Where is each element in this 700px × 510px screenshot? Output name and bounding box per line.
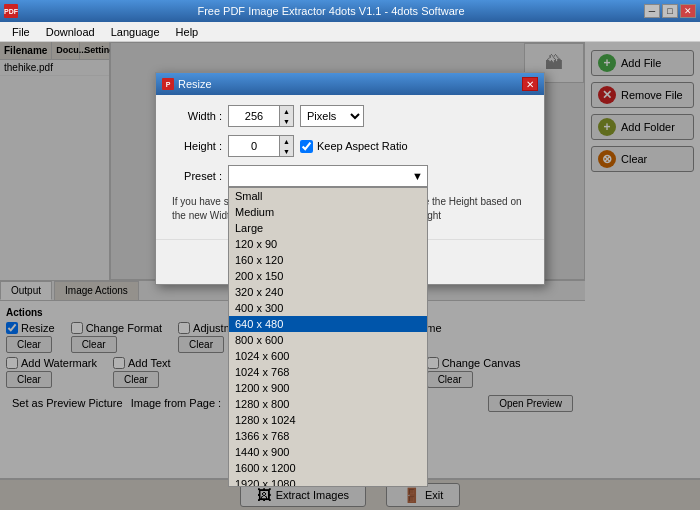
preset-item-1366x768[interactable]: 1366 x 768 [229,428,427,444]
keep-aspect-checkbox[interactable] [300,140,313,153]
height-input[interactable]: 0 [229,136,279,156]
minimize-button[interactable]: ─ [644,4,660,18]
unit-select[interactable]: Pixels Percent [300,105,364,127]
preset-item-120x90[interactable]: 120 x 90 [229,236,427,252]
height-spin-arrows: ▲ ▼ [279,136,293,156]
width-spin-arrows: ▲ ▼ [279,106,293,126]
preset-label: Preset : [172,170,222,182]
preset-item-1280x1024[interactable]: 1280 x 1024 [229,412,427,428]
preset-row: Preset : ▼ Small Medium Large 120 x 90 [172,165,528,187]
preset-dropdown[interactable]: Small Medium Large 120 x 90 160 x 120 20… [228,187,428,487]
modal-overlay: P Resize ✕ Width : 256 ▲ ▼ [0,42,700,510]
width-input[interactable]: 256 [229,106,279,126]
preset-item-1280x800[interactable]: 1280 x 800 [229,396,427,412]
preset-item-1200x900[interactable]: 1200 x 900 [229,380,427,396]
title-bar: PDF Free PDF Image Extractor 4dots V1.1 … [0,0,700,22]
height-label: Height : [172,140,222,152]
menu-file[interactable]: File [4,24,38,40]
app-title: Free PDF Image Extractor 4dots V1.1 - 4d… [18,5,644,17]
dialog-title: Resize [178,78,212,90]
dialog-body: Width : 256 ▲ ▼ Pixels Percent [156,95,544,239]
height-spinbox: 0 ▲ ▼ [228,135,294,157]
width-spinbox: 256 ▲ ▼ [228,105,294,127]
title-controls: ─ □ ✕ [644,4,696,18]
height-row: Height : 0 ▲ ▼ Keep Aspect Ratio [172,135,528,157]
menu-language[interactable]: Language [103,24,168,40]
preset-item-200x150[interactable]: 200 x 150 [229,268,427,284]
preset-item-160x120[interactable]: 160 x 120 [229,252,427,268]
preset-select-button[interactable]: ▼ [228,165,428,187]
maximize-button[interactable]: □ [662,4,678,18]
preset-item-400x300[interactable]: 400 x 300 [229,300,427,316]
close-button[interactable]: ✕ [680,4,696,18]
preset-item-1440x900[interactable]: 1440 x 900 [229,444,427,460]
main-area: Filename Docu... Setting thehike.pdf ◀ ▶… [0,42,700,510]
preset-item-small[interactable]: Small [229,188,427,204]
preset-item-large[interactable]: Large [229,220,427,236]
keep-aspect-label[interactable]: Keep Aspect Ratio [300,140,408,153]
dialog-close-button[interactable]: ✕ [522,77,538,91]
preset-dropdown-arrow: ▼ [412,170,423,182]
preset-item-medium[interactable]: Medium [229,204,427,220]
menu-bar: File Download Language Help [0,22,700,42]
height-up-arrow[interactable]: ▲ [279,136,293,146]
preset-select-container: ▼ Small Medium Large 120 x 90 160 x 120 … [228,165,428,187]
dialog-title-bar: P Resize ✕ [156,73,544,95]
dialog-title-area: P Resize [162,78,212,90]
width-up-arrow[interactable]: ▲ [279,106,293,116]
width-down-arrow[interactable]: ▼ [279,116,293,126]
preset-item-1024x600[interactable]: 1024 x 600 [229,348,427,364]
dialog-icon: P [162,78,174,90]
resize-dialog: P Resize ✕ Width : 256 ▲ ▼ [155,72,545,285]
preset-item-800x600[interactable]: 800 x 600 [229,332,427,348]
app-icon: PDF [4,4,18,18]
preset-item-320x240[interactable]: 320 x 240 [229,284,427,300]
menu-help[interactable]: Help [168,24,207,40]
keep-aspect-text: Keep Aspect Ratio [317,140,408,152]
preset-item-1920x1080[interactable]: 1920 x 1080 [229,476,427,487]
preset-item-1600x1200[interactable]: 1600 x 1200 [229,460,427,476]
preset-item-640x480[interactable]: 640 x 480 [229,316,427,332]
width-row: Width : 256 ▲ ▼ Pixels Percent [172,105,528,127]
menu-download[interactable]: Download [38,24,103,40]
width-label: Width : [172,110,222,122]
height-down-arrow[interactable]: ▼ [279,146,293,156]
preset-item-1024x768[interactable]: 1024 x 768 [229,364,427,380]
